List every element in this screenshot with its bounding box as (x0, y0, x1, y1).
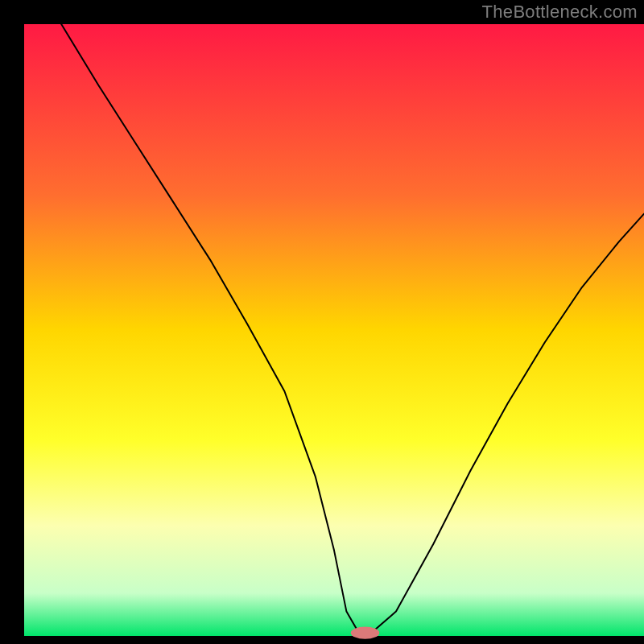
watermark-text: TheBottleneck.com (482, 2, 638, 23)
chart-frame: TheBottleneck.com (0, 0, 644, 644)
bottleneck-chart (0, 0, 644, 644)
optimum-marker (351, 627, 379, 639)
gradient-background (24, 24, 644, 636)
